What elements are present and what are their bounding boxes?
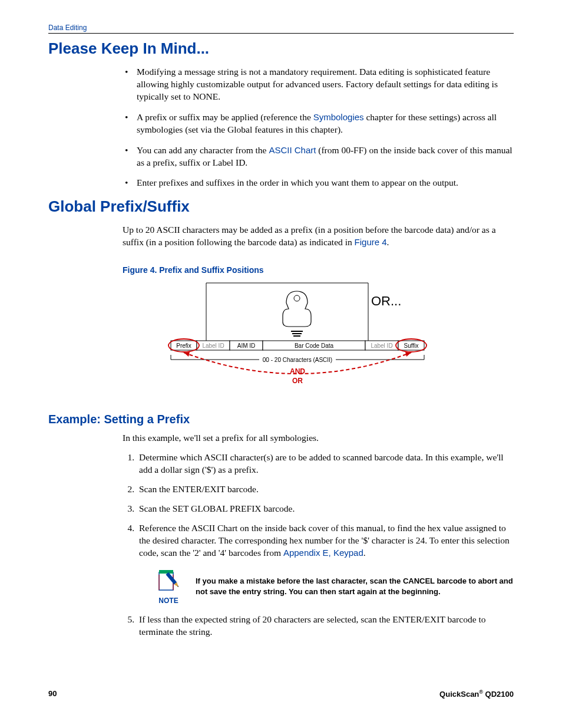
step-4: Reference the ASCII Chart on the inside … — [137, 522, 514, 605]
link-figure-4[interactable]: Figure 4 — [355, 237, 387, 247]
bullet-2: A prefix or suffix may be applied (refer… — [123, 111, 514, 136]
registered-icon: ® — [479, 689, 483, 695]
figure-svg: OR... Prefix Label ID AIM ID Bar Code Da… — [159, 277, 477, 395]
link-symbologies[interactable]: Symbologies — [313, 112, 364, 122]
note-box: NOTE If you make a mistake before the la… — [156, 568, 514, 605]
example-intro: In this example, we'll set a prefix for … — [123, 432, 514, 444]
heading-keep-in-mind: Please Keep In Mind... — [48, 39, 514, 58]
steps-list: Determine which ASCII character(s) are t… — [123, 452, 514, 638]
page: Data Editing Please Keep In Mind... Modi… — [0, 0, 562, 728]
note-label: NOTE — [158, 596, 178, 605]
svg-rect-31 — [159, 570, 173, 574]
note-text: If you make a mistake before the last ch… — [196, 576, 514, 597]
gps-body: Up to 20 ASCII characters may be added a… — [123, 224, 514, 395]
bullets-block: Modifying a message string is not a mand… — [123, 66, 514, 189]
svg-text:AND: AND — [290, 367, 305, 375]
link-ascii-chart[interactable]: ASCII Chart — [269, 145, 316, 155]
step-3: Scan the SET GLOBAL PREFIX barcode. — [137, 503, 514, 515]
svg-point-3 — [294, 295, 300, 301]
heading-example: Example: Setting a Prefix — [48, 413, 514, 426]
page-number: 90 — [48, 689, 57, 699]
or-label: OR... — [371, 294, 401, 308]
step-5: If less than the expected string of 20 c… — [137, 614, 514, 638]
svg-text:Prefix: Prefix — [176, 342, 191, 349]
svg-text:Suffix: Suffix — [404, 342, 419, 349]
running-header: Data Editing — [48, 24, 514, 34]
example-body: In this example, we'll set a prefix for … — [123, 432, 514, 638]
footer: 90 QuickScan® QD2100 — [48, 689, 514, 699]
bullet-3: You can add any character from the ASCII… — [123, 144, 514, 169]
note-icon — [156, 568, 181, 594]
figure-4: OR... Prefix Label ID AIM ID Bar Code Da… — [123, 277, 514, 395]
svg-text:00 - 20 Characters (ASCII): 00 - 20 Characters (ASCII) — [263, 357, 332, 363]
step-1: Determine which ASCII character(s) are t… — [137, 452, 514, 476]
svg-rect-30 — [159, 572, 173, 590]
svg-text:Label ID: Label ID — [371, 342, 392, 349]
step-2: Scan the ENTER/EXIT barcode. — [137, 483, 514, 496]
heading-global-prefix-suffix: Global Prefix/Suffix — [48, 197, 514, 216]
section-name: Data Editing — [48, 24, 87, 32]
gps-paragraph: Up to 20 ASCII characters may be added a… — [123, 224, 514, 249]
product-name: QuickScan® QD2100 — [439, 689, 514, 699]
svg-marker-27 — [405, 352, 411, 357]
figure-caption: Figure 4. Prefix and Suffix Positions — [123, 265, 514, 275]
note-icon-wrap: NOTE — [156, 568, 181, 605]
bullet-1: Modifying a message string is not a mand… — [123, 66, 514, 103]
bullet-4: Enter prefixes and suffixes in the order… — [123, 177, 514, 189]
svg-text:Bar Code Data: Bar Code Data — [295, 342, 334, 349]
svg-marker-26 — [184, 352, 190, 357]
svg-text:AIM ID: AIM ID — [237, 342, 256, 349]
svg-text:Label ID: Label ID — [202, 342, 224, 349]
link-appendix-e[interactable]: Appendix E, Keypad — [283, 548, 363, 558]
svg-text:OR: OR — [292, 377, 303, 385]
